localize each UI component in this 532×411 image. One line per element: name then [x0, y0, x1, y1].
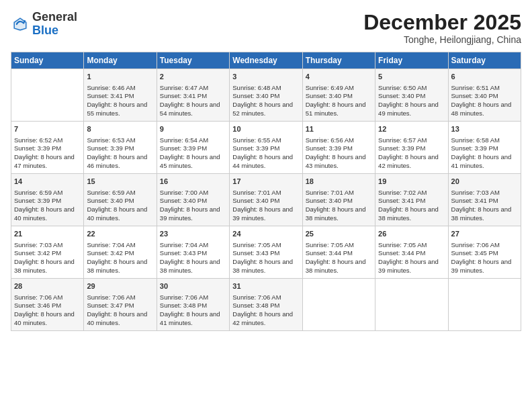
day-number: 17: [232, 177, 299, 187]
day-cell: 2Sunrise: 6:47 AMSunset: 3:41 PMDaylight…: [157, 69, 229, 122]
day-cell: 12Sunrise: 6:57 AMSunset: 3:39 PMDayligh…: [375, 122, 448, 174]
week-row-1: 1Sunrise: 6:46 AMSunset: 3:41 PMDaylight…: [11, 69, 521, 122]
day-info: Sunrise: 7:06 AMSunset: 3:46 PMDaylight:…: [14, 293, 81, 328]
col-header-thursday: Thursday: [302, 52, 375, 69]
day-number: 3: [232, 72, 299, 82]
day-info: Sunrise: 6:47 AMSunset: 3:41 PMDaylight:…: [160, 84, 226, 118]
day-info: Sunrise: 6:51 AMSunset: 3:40 PMDaylight:…: [451, 84, 518, 118]
col-header-sunday: Sunday: [11, 52, 84, 69]
day-info: Sunrise: 6:58 AMSunset: 3:39 PMDaylight:…: [451, 136, 518, 171]
day-cell: 30Sunrise: 7:06 AMSunset: 3:48 PMDayligh…: [157, 279, 229, 331]
header: General Blue December 2025 Tonghe, Heilo…: [11, 11, 521, 45]
header-row: SundayMondayTuesdayWednesdayThursdayFrid…: [11, 52, 521, 69]
day-info: Sunrise: 6:54 AMSunset: 3:39 PMDaylight:…: [160, 136, 226, 171]
day-number: 8: [87, 124, 153, 134]
col-header-monday: Monday: [84, 52, 157, 69]
day-info: Sunrise: 7:06 AMSunset: 3:45 PMDaylight:…: [451, 241, 518, 275]
day-cell: 18Sunrise: 7:01 AMSunset: 3:40 PMDayligh…: [302, 174, 375, 226]
day-info: Sunrise: 6:50 AMSunset: 3:40 PMDaylight:…: [378, 84, 445, 118]
location-subtitle: Tonghe, Heilongjiang, China: [363, 34, 521, 45]
day-info: Sunrise: 7:04 AMSunset: 3:43 PMDaylight:…: [160, 241, 226, 275]
col-header-wednesday: Wednesday: [230, 52, 302, 69]
day-info: Sunrise: 7:01 AMSunset: 3:40 PMDaylight:…: [232, 189, 299, 223]
day-number: 26: [378, 229, 445, 239]
day-cell: 3Sunrise: 6:48 AMSunset: 3:40 PMDaylight…: [230, 69, 302, 122]
col-header-tuesday: Tuesday: [157, 52, 229, 69]
day-cell: 23Sunrise: 7:04 AMSunset: 3:43 PMDayligh…: [157, 226, 229, 279]
day-number: 12: [378, 124, 445, 134]
day-cell: 21Sunrise: 7:03 AMSunset: 3:42 PMDayligh…: [11, 226, 84, 279]
day-number: 2: [160, 72, 226, 82]
day-cell: [375, 279, 448, 331]
day-number: 28: [14, 281, 81, 291]
day-number: 9: [160, 124, 226, 134]
day-info: Sunrise: 6:59 AMSunset: 3:39 PMDaylight:…: [14, 189, 81, 223]
col-header-friday: Friday: [375, 52, 448, 69]
day-cell: 19Sunrise: 7:02 AMSunset: 3:41 PMDayligh…: [375, 174, 448, 226]
day-cell: [11, 69, 84, 122]
day-number: 31: [232, 281, 299, 291]
col-header-saturday: Saturday: [448, 52, 521, 69]
day-cell: 16Sunrise: 7:00 AMSunset: 3:40 PMDayligh…: [157, 174, 229, 226]
day-cell: 14Sunrise: 6:59 AMSunset: 3:39 PMDayligh…: [11, 174, 84, 226]
day-number: 21: [14, 229, 81, 239]
day-cell: 10Sunrise: 6:55 AMSunset: 3:39 PMDayligh…: [230, 122, 302, 174]
week-row-3: 14Sunrise: 6:59 AMSunset: 3:39 PMDayligh…: [11, 174, 521, 226]
day-cell: 31Sunrise: 7:06 AMSunset: 3:48 PMDayligh…: [230, 279, 302, 331]
day-info: Sunrise: 7:03 AMSunset: 3:42 PMDaylight:…: [14, 241, 81, 275]
day-info: Sunrise: 6:55 AMSunset: 3:39 PMDaylight:…: [232, 136, 299, 171]
day-cell: 6Sunrise: 6:51 AMSunset: 3:40 PMDaylight…: [448, 69, 521, 122]
logo-blue: Blue: [32, 24, 77, 38]
logo-text: General Blue: [32, 11, 77, 38]
day-info: Sunrise: 6:53 AMSunset: 3:39 PMDaylight:…: [87, 136, 153, 171]
day-number: 30: [160, 281, 226, 291]
day-cell: 5Sunrise: 6:50 AMSunset: 3:40 PMDaylight…: [375, 69, 448, 122]
day-number: 7: [14, 124, 81, 134]
day-number: 14: [14, 177, 81, 187]
day-cell: 9Sunrise: 6:54 AMSunset: 3:39 PMDaylight…: [157, 122, 229, 174]
day-info: Sunrise: 7:06 AMSunset: 3:47 PMDaylight:…: [87, 293, 153, 328]
day-info: Sunrise: 7:02 AMSunset: 3:41 PMDaylight:…: [378, 189, 445, 223]
logo: General Blue: [11, 11, 77, 38]
logo-general: General: [32, 11, 77, 24]
day-cell: 20Sunrise: 7:03 AMSunset: 3:41 PMDayligh…: [448, 174, 521, 226]
day-cell: 28Sunrise: 7:06 AMSunset: 3:46 PMDayligh…: [11, 279, 84, 331]
day-cell: 22Sunrise: 7:04 AMSunset: 3:42 PMDayligh…: [84, 226, 157, 279]
day-number: 18: [306, 177, 372, 187]
day-info: Sunrise: 7:06 AMSunset: 3:48 PMDaylight:…: [160, 293, 226, 328]
day-number: 13: [451, 124, 518, 134]
day-info: Sunrise: 7:04 AMSunset: 3:42 PMDaylight:…: [87, 241, 153, 275]
svg-marker-0: [13, 17, 28, 31]
day-cell: [448, 279, 521, 331]
day-cell: 15Sunrise: 6:59 AMSunset: 3:40 PMDayligh…: [84, 174, 157, 226]
day-cell: 29Sunrise: 7:06 AMSunset: 3:47 PMDayligh…: [84, 279, 157, 331]
day-number: 29: [87, 281, 153, 291]
day-cell: 24Sunrise: 7:05 AMSunset: 3:43 PMDayligh…: [230, 226, 302, 279]
day-cell: 26Sunrise: 7:05 AMSunset: 3:44 PMDayligh…: [375, 226, 448, 279]
month-title: December 2025: [363, 11, 521, 34]
day-number: 4: [306, 72, 372, 82]
week-row-2: 7Sunrise: 6:52 AMSunset: 3:39 PMDaylight…: [11, 122, 521, 174]
day-number: 27: [451, 229, 518, 239]
day-cell: 11Sunrise: 6:56 AMSunset: 3:39 PMDayligh…: [302, 122, 375, 174]
day-info: Sunrise: 7:00 AMSunset: 3:40 PMDaylight:…: [160, 189, 226, 223]
day-number: 15: [87, 177, 153, 187]
day-info: Sunrise: 7:01 AMSunset: 3:40 PMDaylight:…: [306, 189, 372, 223]
week-row-4: 21Sunrise: 7:03 AMSunset: 3:42 PMDayligh…: [11, 226, 521, 279]
day-number: 24: [232, 229, 299, 239]
day-info: Sunrise: 6:48 AMSunset: 3:40 PMDaylight:…: [232, 84, 299, 118]
day-info: Sunrise: 6:52 AMSunset: 3:39 PMDaylight:…: [14, 136, 81, 171]
day-info: Sunrise: 7:05 AMSunset: 3:44 PMDaylight:…: [378, 241, 445, 275]
day-info: Sunrise: 6:57 AMSunset: 3:39 PMDaylight:…: [378, 136, 445, 171]
day-cell: 4Sunrise: 6:49 AMSunset: 3:40 PMDaylight…: [302, 69, 375, 122]
day-cell: 13Sunrise: 6:58 AMSunset: 3:39 PMDayligh…: [448, 122, 521, 174]
day-info: Sunrise: 6:59 AMSunset: 3:40 PMDaylight:…: [87, 189, 153, 223]
day-info: Sunrise: 7:05 AMSunset: 3:43 PMDaylight:…: [232, 241, 299, 275]
week-row-5: 28Sunrise: 7:06 AMSunset: 3:46 PMDayligh…: [11, 279, 521, 331]
day-cell: 27Sunrise: 7:06 AMSunset: 3:45 PMDayligh…: [448, 226, 521, 279]
day-cell: 25Sunrise: 7:05 AMSunset: 3:44 PMDayligh…: [302, 226, 375, 279]
logo-icon: [11, 15, 30, 34]
page-container: General Blue December 2025 Tonghe, Heilo…: [0, 0, 532, 338]
day-info: Sunrise: 6:49 AMSunset: 3:40 PMDaylight:…: [306, 84, 372, 118]
day-info: Sunrise: 7:06 AMSunset: 3:48 PMDaylight:…: [232, 293, 299, 328]
